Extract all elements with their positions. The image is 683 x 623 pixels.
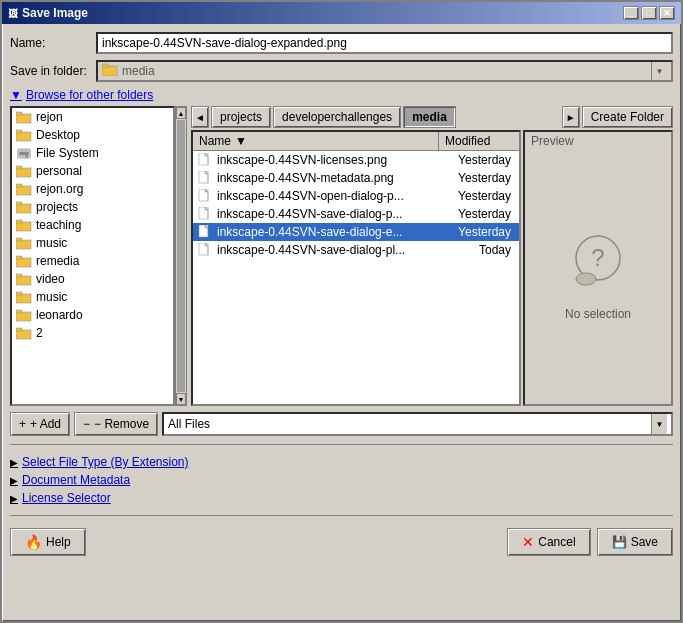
left-panel-item[interactable]: rejon.org	[12, 180, 173, 198]
scroll-thumb[interactable]	[177, 120, 185, 392]
save-in-arrow[interactable]: ▼	[651, 62, 667, 80]
right-area: ◄ projects developerchallenges media ► C…	[191, 106, 673, 406]
folder-icon	[16, 128, 32, 142]
left-panel-item[interactable]: rejon	[12, 108, 173, 126]
left-panel-item[interactable]: leonardo	[12, 306, 173, 324]
expander-row[interactable]: ▶ License Selector	[10, 489, 673, 507]
expanders-container: ▶ Select File Type (By Extension)▶ Docum…	[10, 453, 673, 507]
file-row[interactable]: inkscape-0.44SVN-save-dialog-pl... Today	[193, 241, 519, 259]
file-row[interactable]: inkscape-0.44SVN-metadata.png Yesterday	[193, 169, 519, 187]
add-icon: +	[19, 417, 26, 431]
left-panel-item[interactable]: 2	[12, 324, 173, 342]
svg-rect-11	[16, 186, 31, 195]
save-in-combo[interactable]: media ▼	[96, 60, 673, 82]
folder-name: rejon	[36, 110, 63, 124]
svg-rect-12	[16, 184, 22, 187]
left-panel-item[interactable]: teaching	[12, 216, 173, 234]
folder-icon	[16, 182, 32, 196]
svg-rect-14	[16, 202, 22, 205]
left-panel-item[interactable]: Desktop	[12, 126, 173, 144]
scroll-up-arrow[interactable]: ▲	[176, 107, 186, 119]
folder-name: projects	[36, 200, 78, 214]
file-icon	[197, 243, 213, 257]
minimize-button[interactable]: _	[623, 6, 639, 20]
expander-row[interactable]: ▶ Select File Type (By Extension)	[10, 453, 673, 471]
preview-panel: Preview ? No selection	[523, 130, 673, 406]
expander-arrow: ▶	[10, 475, 18, 486]
file-name: inkscape-0.44SVN-open-dialog-p...	[217, 189, 404, 203]
name-input[interactable]	[96, 32, 673, 54]
bottom-row: 🔥 Help ✕ Cancel 💾 Save	[10, 524, 673, 560]
left-panel-item[interactable]: personal	[12, 162, 173, 180]
left-panel-item[interactable]: projects	[12, 198, 173, 216]
divider-1	[10, 444, 673, 445]
maximize-button[interactable]: □	[641, 6, 657, 20]
left-panel-container: rejon Desktop File System personal rejon…	[10, 106, 187, 406]
scroll-down-arrow[interactable]: ▼	[176, 393, 186, 405]
svg-rect-3	[16, 112, 22, 115]
filetype-combo[interactable]: All Files ▼	[162, 412, 673, 436]
add-button[interactable]: + + Add	[10, 412, 70, 436]
filetype-arrow[interactable]: ▼	[651, 414, 667, 434]
left-scrollbar[interactable]: ▲ ▼	[175, 106, 187, 406]
expander-arrow: ▶	[10, 457, 18, 468]
svg-rect-5	[16, 130, 22, 133]
breadcrumb-developerchallenges[interactable]: developerchallenges	[273, 106, 401, 128]
svg-rect-26	[16, 310, 22, 313]
file-cell-name: inkscape-0.44SVN-save-dialog-e...	[197, 225, 435, 239]
file-cell-modified: Yesterday	[435, 189, 515, 203]
close-button[interactable]: ✕	[659, 6, 675, 20]
svg-rect-22	[16, 274, 22, 277]
svg-rect-10	[16, 166, 22, 169]
file-name: inkscape-0.44SVN-save-dialog-p...	[217, 207, 402, 221]
svg-rect-2	[16, 114, 31, 123]
left-panel-item[interactable]: music	[12, 288, 173, 306]
svg-rect-7	[19, 151, 28, 155]
browse-arrow: ▼	[10, 88, 22, 102]
svg-rect-13	[16, 204, 31, 213]
create-folder-button[interactable]: Create Folder	[582, 106, 673, 128]
breadcrumb-projects[interactable]: projects	[211, 106, 271, 128]
folder-name: leonardo	[36, 308, 83, 322]
folder-icon	[16, 308, 32, 322]
svg-text:?: ?	[591, 244, 604, 271]
left-panel-item[interactable]: music	[12, 234, 173, 252]
file-row[interactable]: inkscape-0.44SVN-open-dialog-p... Yester…	[193, 187, 519, 205]
file-name: inkscape-0.44SVN-licenses.png	[217, 153, 387, 167]
browse-header[interactable]: ▼ Browse for other folders	[10, 88, 673, 102]
help-button[interactable]: 🔥 Help	[10, 528, 86, 556]
add-remove-row: + + Add − − Remove All Files ▼	[10, 412, 673, 436]
save-in-row: Save in folder: media ▼	[10, 60, 673, 82]
svg-rect-23	[16, 294, 31, 303]
folder-icon	[16, 236, 32, 250]
folder-icon	[16, 290, 32, 304]
svg-rect-27	[16, 330, 31, 339]
file-row[interactable]: inkscape-0.44SVN-save-dialog-e... Yester…	[193, 223, 519, 241]
cancel-icon: ✕	[522, 534, 534, 550]
col-modified-header[interactable]: Modified	[439, 132, 519, 150]
expander-row[interactable]: ▶ Document Metadata	[10, 471, 673, 489]
file-icon	[197, 225, 213, 239]
remove-button[interactable]: − − Remove	[74, 412, 158, 436]
expand-button[interactable]: ►	[562, 106, 580, 128]
col-name-header[interactable]: Name ▼	[193, 132, 439, 150]
file-row[interactable]: inkscape-0.44SVN-licenses.png Yesterday	[193, 151, 519, 169]
back-button[interactable]: ◄	[191, 106, 209, 128]
svg-rect-24	[16, 292, 22, 295]
breadcrumb-media[interactable]: media	[403, 106, 456, 128]
file-icon	[197, 153, 213, 167]
svg-rect-17	[16, 240, 31, 249]
svg-rect-20	[16, 256, 22, 259]
folder-icon	[16, 200, 32, 214]
svg-rect-16	[16, 220, 22, 223]
file-row[interactable]: inkscape-0.44SVN-save-dialog-p... Yester…	[193, 205, 519, 223]
left-panel-item[interactable]: File System	[12, 144, 173, 162]
svg-rect-28	[16, 328, 22, 331]
file-cell-modified: Today	[435, 243, 515, 257]
expander-label: Select File Type (By Extension)	[22, 455, 189, 469]
cancel-button[interactable]: ✕ Cancel	[507, 528, 590, 556]
left-panel-item[interactable]: video	[12, 270, 173, 288]
file-cell-name: inkscape-0.44SVN-metadata.png	[197, 171, 435, 185]
left-panel-item[interactable]: remedia	[12, 252, 173, 270]
save-button[interactable]: 💾 Save	[597, 528, 673, 556]
